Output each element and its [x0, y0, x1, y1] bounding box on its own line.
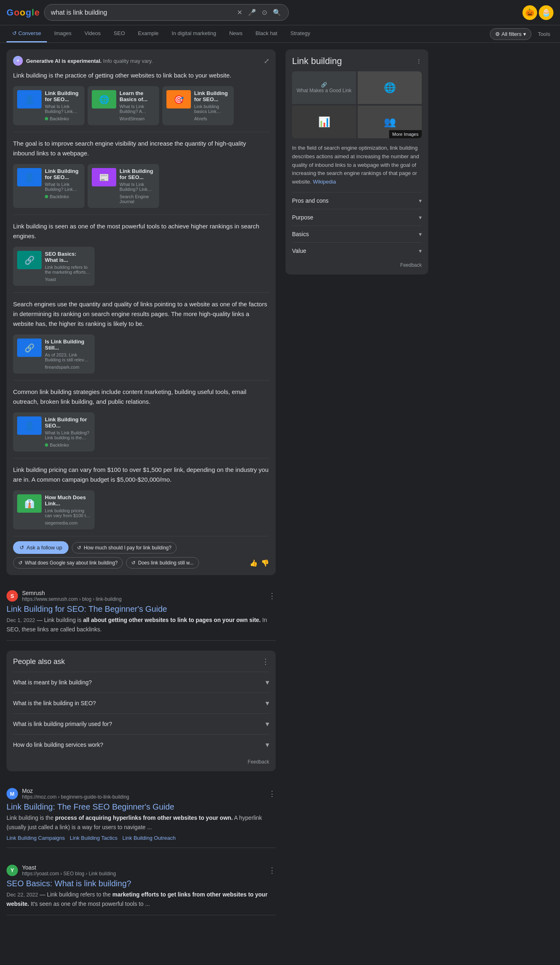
tab-seo[interactable]: SEO: [108, 25, 131, 42]
source-card[interactable]: 👤 Link Building for SEO... What Is Link …: [13, 164, 84, 208]
result-link-3[interactable]: Link Building Outreach: [122, 835, 176, 841]
tab-strategy[interactable]: Strategy: [285, 25, 316, 42]
followup-chip-2[interactable]: ↺ What does Google say about link buildi…: [13, 557, 123, 569]
avatar-group: 🎃 🧁: [522, 5, 553, 20]
divider: [13, 292, 269, 293]
kp-section-purpose[interactable]: Purpose ▾: [292, 209, 422, 226]
search-result-moz: M Moz https://moz.com › beginners-guide-…: [7, 781, 276, 848]
result-menu-button[interactable]: ⋮: [268, 591, 276, 600]
source-thumb: 👤: [17, 168, 42, 186]
source-card[interactable]: 👔 How Much Does Link... Link building pr…: [13, 490, 95, 529]
paa-item-4[interactable]: How do link building services work? ▾: [13, 734, 269, 755]
kp-menu-icon[interactable]: ⋮: [416, 58, 422, 64]
source-card-title: How Much Does Link...: [45, 494, 91, 507]
paa-feedback[interactable]: Feedback: [13, 759, 269, 765]
search-input[interactable]: [51, 9, 233, 16]
source-card[interactable]: 🎯 Link Building for SEO... Link building…: [162, 86, 234, 125]
result-title[interactable]: Link Building: The Free SEO Beginner's G…: [7, 802, 276, 812]
source-card[interactable]: 🔗 SEO Basics: What is... Link building r…: [13, 247, 95, 286]
chip-icon: ↺: [131, 560, 135, 566]
source-card-site: Search Engine Journal: [120, 194, 155, 204]
thumbs-up-button[interactable]: 👍: [250, 559, 258, 567]
kp-section-label: Value: [292, 248, 306, 254]
result-title[interactable]: SEO Basics: What is link building?: [7, 879, 276, 888]
search-result-semrush: S Semrush https://www.semrush.com › blog…: [7, 583, 276, 641]
followup-chip-1[interactable]: ↺ How much should I pay for link buildin…: [72, 542, 177, 553]
kp-image-1[interactable]: 🔗What Makes a Good Link: [292, 71, 356, 104]
source-card[interactable]: 🌐 Learn the Basics of... What Is Link Bu…: [88, 86, 159, 125]
tab-example[interactable]: Example: [132, 25, 164, 42]
tab-converse-label: Converse: [18, 30, 41, 36]
tab-black-hat[interactable]: Black hat: [250, 25, 283, 42]
more-images-label[interactable]: More Images: [389, 130, 422, 138]
chip-label: How much should I pay for link building?: [84, 545, 171, 551]
kp-feedback[interactable]: Feedback: [292, 262, 422, 268]
tab-digital-marketing[interactable]: In digital marketing: [166, 25, 222, 42]
paa-menu-icon[interactable]: ⋮: [262, 657, 269, 666]
chevron-down-icon: ▾: [419, 197, 422, 204]
source-card[interactable]: 🔗 Is Link Building Still... As of 2023, …: [13, 334, 95, 374]
source-card[interactable]: 👤 Link Building for SEO... What Is Link …: [13, 412, 95, 452]
source-card-title: Link Building for SEO...: [194, 90, 230, 102]
tab-converse[interactable]: ↺ Converse: [7, 25, 47, 42]
tools-button[interactable]: Tools: [535, 29, 553, 40]
source-card[interactable]: 👤 Link Building for SEO... What Is Link …: [13, 86, 84, 125]
kp-image-2[interactable]: 🌐: [358, 71, 422, 104]
search-bar[interactable]: ✕ 🎤 ⊙ 🔍: [44, 4, 289, 21]
ai-expand-button[interactable]: ⤢: [264, 57, 269, 65]
avatar-2[interactable]: 🧁: [539, 5, 553, 20]
source-card-desc: What Is Link Building? Link building is …: [45, 430, 91, 440]
ai-box: ✦ Generative AI is experimental. Info qu…: [7, 49, 276, 575]
ai-header: ✦ Generative AI is experimental. Info qu…: [13, 56, 269, 66]
result-link-2[interactable]: Link Building Tactics: [70, 835, 117, 841]
result-favicon: S: [7, 590, 18, 602]
result-title[interactable]: Link Building for SEO: The Beginner's Gu…: [7, 604, 276, 614]
thumbs-down-button[interactable]: 👎: [261, 559, 269, 567]
source-thumb: 👤: [17, 416, 42, 435]
tab-images[interactable]: Images: [49, 25, 77, 42]
ai-text-4: Search engines use the quantity and qual…: [13, 299, 269, 329]
all-filters-button[interactable]: ⚙ All filters ▾: [490, 28, 531, 40]
wikipedia-link[interactable]: Wikipedia: [313, 179, 336, 185]
kp-section-basics[interactable]: Basics ▾: [292, 226, 422, 242]
result-link-1[interactable]: Link Building Campaigns: [7, 835, 65, 841]
source-cards-3: 🔗 SEO Basics: What is... Link building r…: [13, 247, 269, 286]
kp-section-pros-cons[interactable]: Pros and cons ▾: [292, 192, 422, 209]
result-menu-button[interactable]: ⋮: [268, 866, 276, 875]
kp-image-4[interactable]: 👥 More Images: [358, 106, 422, 138]
lens-button[interactable]: ⊙: [261, 8, 268, 17]
tab-news[interactable]: News: [224, 25, 248, 42]
kp-section-value[interactable]: Value ▾: [292, 242, 422, 259]
nav-tabs: ↺ Converse Images Videos SEO Example In …: [0, 25, 560, 43]
result-favicon: M: [7, 788, 18, 799]
chevron-down-icon: ▾: [419, 214, 422, 221]
tab-videos[interactable]: Videos: [79, 25, 106, 42]
tab-example-label: Example: [138, 30, 159, 36]
result-menu-button[interactable]: ⋮: [268, 789, 276, 798]
source-card-site: Backlinko: [45, 194, 80, 199]
knowledge-panel: Link building ⋮ 🔗What Makes a Good Link …: [286, 49, 428, 274]
left-column: ✦ Generative AI is experimental. Info qu…: [7, 49, 276, 925]
avatar-1[interactable]: 🎃: [522, 5, 537, 20]
paa-header: People also ask ⋮: [13, 657, 269, 666]
clear-button[interactable]: ✕: [236, 8, 243, 17]
source-card-desc: Link building basics Link building is th…: [194, 104, 230, 114]
kp-section-label: Pros and cons: [292, 197, 329, 204]
source-card-site: Backlinko: [45, 116, 80, 121]
kp-image-3[interactable]: 📊: [292, 106, 356, 138]
ask-followup-button[interactable]: ↺ Ask a follow up: [13, 541, 69, 554]
source-card-desc: What Is Link Building? Link building is …: [120, 182, 155, 192]
source-card[interactable]: 📰 Link Building for SEO... What Is Link …: [88, 164, 159, 208]
right-column: Link building ⋮ 🔗What Makes a Good Link …: [286, 49, 428, 925]
search-button[interactable]: 🔍: [272, 8, 282, 17]
result-source: S Semrush https://www.semrush.com › blog…: [7, 590, 276, 602]
result-favicon: Y: [7, 865, 18, 876]
paa-item-3[interactable]: What is link building primarily used for…: [13, 713, 269, 734]
tab-strategy-label: Strategy: [290, 30, 310, 36]
followup-chip-3[interactable]: ↺ Does link building still w...: [126, 557, 199, 569]
kp-description: In the field of search engine optimizati…: [292, 144, 422, 186]
result-date: Dec 1, 2022: [7, 617, 35, 623]
mic-button[interactable]: 🎤: [247, 8, 257, 17]
paa-item-1[interactable]: What is meant by link building? ▾: [13, 672, 269, 693]
paa-item-2[interactable]: What is the link building in SEO? ▾: [13, 693, 269, 713]
